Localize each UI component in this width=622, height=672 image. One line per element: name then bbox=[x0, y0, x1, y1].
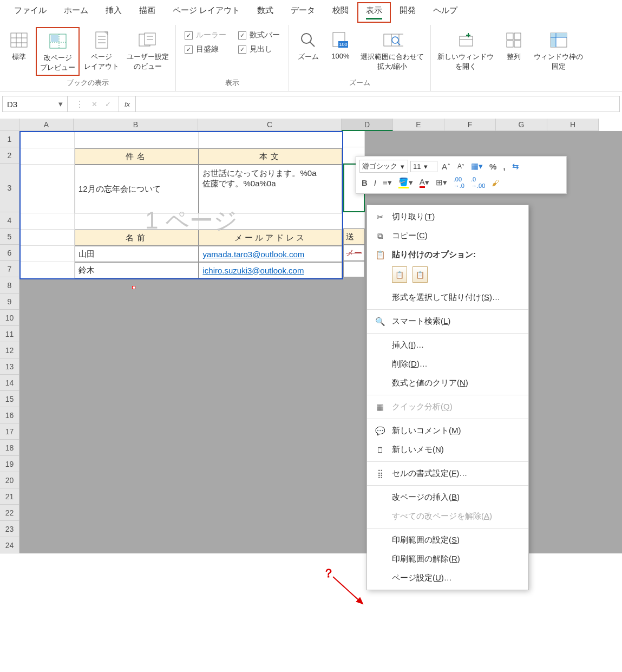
row-header-16[interactable]: 16 bbox=[0, 407, 19, 423]
view-pagebreak-button[interactable]: 改ページ プレビュー bbox=[36, 27, 80, 76]
paste-option-1[interactable]: 📋 bbox=[413, 266, 428, 283]
mini-font-select[interactable]: 游ゴシック▾ bbox=[359, 160, 408, 173]
cell-b4[interactable] bbox=[75, 213, 199, 230]
cell-a6[interactable] bbox=[21, 246, 75, 262]
cell-c3[interactable]: お世話になっております。%0a 佐藤です。%0a%0a bbox=[199, 165, 342, 213]
row-header-17[interactable]: 17 bbox=[0, 423, 19, 440]
col-header-d[interactable]: D bbox=[342, 119, 393, 131]
row-header-11[interactable]: 11 bbox=[0, 326, 19, 342]
cell-c6[interactable]: yamada.taro3@outlook.com bbox=[199, 246, 342, 262]
row-header-22[interactable]: 22 bbox=[0, 505, 19, 521]
increase-decimal-icon[interactable]: .00→.0 bbox=[451, 175, 467, 190]
fill-color-icon[interactable]: 🪣▾ bbox=[396, 176, 415, 190]
menu-view[interactable]: 表示 bbox=[357, 2, 391, 23]
cell-c1[interactable] bbox=[199, 132, 342, 148]
cell-c2[interactable]: 本文 bbox=[199, 148, 342, 165]
cell-b2[interactable]: 件名 bbox=[75, 148, 199, 165]
ctx-ペジ設定[interactable]: ページ設定(U)… bbox=[367, 569, 528, 588]
cell-b6[interactable]: 山田 bbox=[75, 246, 199, 262]
cell-a4[interactable] bbox=[21, 213, 75, 230]
check-formulabar[interactable]: ✓数式バー bbox=[238, 30, 280, 40]
ctx-コピ[interactable]: ⧉コピー(C) bbox=[367, 226, 528, 245]
cell-c7[interactable]: ichiro.suzuki3@outlook.com bbox=[199, 262, 342, 278]
cell-a7[interactable] bbox=[21, 262, 75, 278]
cell-b1[interactable] bbox=[75, 132, 199, 148]
ctx-新しいコメント[interactable]: 💬新しいコメント(M) bbox=[367, 421, 528, 440]
row-header-24[interactable]: 24 bbox=[0, 537, 19, 553]
row-header-8[interactable]: 8 bbox=[0, 277, 19, 293]
cell-c5[interactable]: メールアドレス bbox=[199, 230, 342, 246]
ctx-挿入[interactable]: 挿入(I)… bbox=[367, 336, 528, 355]
cell-d1[interactable] bbox=[343, 131, 365, 147]
cell-d5[interactable]: 送 bbox=[343, 229, 365, 245]
row-header-1[interactable]: 1 bbox=[0, 131, 19, 147]
col-header-f[interactable]: F bbox=[444, 119, 496, 131]
zoom-100-button[interactable]: 100 100% bbox=[325, 27, 356, 62]
select-all-corner[interactable] bbox=[0, 119, 19, 131]
row-header-10[interactable]: 10 bbox=[0, 310, 19, 326]
ctx-数式と値のクリア[interactable]: 数式と値のクリア(N) bbox=[367, 374, 528, 393]
italic-icon[interactable]: I bbox=[372, 177, 378, 188]
comma-icon[interactable]: , bbox=[501, 161, 507, 172]
menu-data[interactable]: データ bbox=[282, 2, 324, 23]
mini-size-select[interactable]: 11▾ bbox=[410, 161, 437, 172]
row-header-9[interactable]: 9 bbox=[0, 293, 19, 310]
new-window-button[interactable]: 新しいウィンドウ を開く bbox=[434, 27, 497, 74]
cell-b7[interactable]: 鈴木 bbox=[75, 262, 199, 278]
format-painter-icon[interactable]: 🖌 bbox=[489, 177, 502, 188]
cell-b3[interactable]: 12月の忘年会について bbox=[75, 165, 199, 213]
view-custom-button[interactable]: ユーザー設定 のビュー bbox=[123, 27, 172, 74]
freeze-panes-button[interactable]: ウィンドウ枠の 固定 bbox=[531, 27, 586, 74]
cell-d7[interactable] bbox=[343, 261, 365, 277]
row-header-2[interactable]: 2 bbox=[0, 147, 19, 164]
ctx-印刷範囲の解除[interactable]: 印刷範囲の解除(R) bbox=[367, 550, 528, 569]
ctx-スマト検索[interactable]: 🔍スマート検索(L) bbox=[367, 312, 528, 331]
fx-icon[interactable]: fx bbox=[119, 96, 136, 112]
ctx-新しいメモ[interactable]: 🗒新しいメモ(N) bbox=[367, 440, 528, 459]
cell-a1[interactable] bbox=[21, 132, 75, 148]
col-header-b[interactable]: B bbox=[74, 119, 198, 131]
menu-draw[interactable]: 描画 bbox=[130, 2, 164, 23]
ctx-改ペジの挿入[interactable]: 改ページの挿入(B) bbox=[367, 488, 528, 507]
cell-c4[interactable] bbox=[199, 213, 342, 230]
cell-b5[interactable]: 名前 bbox=[75, 230, 199, 246]
menu-help[interactable]: ヘルプ bbox=[424, 2, 466, 23]
zoom-selection-button[interactable]: 選択範囲に合わせて 拡大/縮小 bbox=[357, 27, 427, 74]
font-color-icon[interactable]: A▾ bbox=[417, 176, 431, 189]
decrease-font-icon[interactable]: A˅ bbox=[455, 161, 467, 171]
menu-home[interactable]: ホーム bbox=[55, 2, 97, 23]
row-header-14[interactable]: 14 bbox=[0, 375, 19, 391]
col-header-g[interactable]: G bbox=[496, 119, 547, 131]
align-icon[interactable]: ≡▾ bbox=[381, 177, 394, 188]
ctx-削除[interactable]: 削除(D)… bbox=[367, 355, 528, 374]
menu-pagelayout[interactable]: ページ レイアウト bbox=[164, 2, 248, 23]
row-header-5[interactable]: 5 bbox=[0, 229, 19, 245]
cell-d4[interactable] bbox=[343, 212, 365, 229]
row-header-23[interactable]: 23 bbox=[0, 521, 19, 537]
row-header-15[interactable]: 15 bbox=[0, 391, 19, 407]
ctx-印刷範囲の設定[interactable]: 印刷範囲の設定(S) bbox=[367, 531, 528, 550]
menu-insert[interactable]: 挿入 bbox=[97, 2, 130, 23]
increase-font-icon[interactable]: A˄ bbox=[440, 161, 453, 172]
row-header-6[interactable]: 6 bbox=[0, 245, 19, 261]
row-header-20[interactable]: 20 bbox=[0, 472, 19, 488]
col-header-c[interactable]: C bbox=[198, 119, 342, 131]
paste-option-0[interactable]: 📋 bbox=[392, 266, 407, 283]
mail-link-1[interactable]: yamada.taro3@outlook.com bbox=[202, 250, 304, 259]
border-icon[interactable]: ⊞▾ bbox=[434, 177, 449, 188]
row-header-21[interactable]: 21 bbox=[0, 488, 19, 505]
menu-file[interactable]: ファイル bbox=[5, 2, 55, 23]
ctx-セルの書式設定[interactable]: ⣿セルの書式設定(F)… bbox=[367, 464, 528, 483]
row-header-4[interactable]: 4 bbox=[0, 212, 19, 229]
mail-link-2[interactable]: ichiro.suzuki3@outlook.com bbox=[202, 266, 304, 275]
name-box[interactable]: D3▾ bbox=[3, 96, 68, 112]
view-normal-button[interactable]: 標準 bbox=[3, 27, 35, 64]
arrange-button[interactable]: 整列 bbox=[498, 27, 529, 64]
cell-a3[interactable] bbox=[21, 165, 75, 213]
ctx-形式を選択して貼り付け[interactable]: 形式を選択して貼り付け(S)… bbox=[367, 288, 528, 307]
row-header-7[interactable]: 7 bbox=[0, 261, 19, 277]
ctx-貼り付けのオプション[interactable]: 📋貼り付けのオプション: bbox=[367, 245, 528, 264]
row-header-19[interactable]: 19 bbox=[0, 456, 19, 472]
decrease-decimal-icon[interactable]: .0→.00 bbox=[469, 175, 487, 190]
merge-icon[interactable]: ⇆ bbox=[510, 160, 521, 172]
